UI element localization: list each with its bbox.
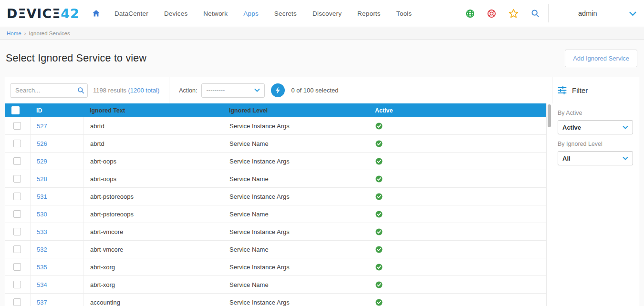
breadcrumb-home-link[interactable]: Home <box>7 31 21 36</box>
home-icon[interactable] <box>92 10 100 17</box>
content-panel: 1198 results (1200 total) Action: ------… <box>5 77 639 306</box>
filter-by-active-select[interactable]: Active <box>558 120 633 134</box>
total-count-link[interactable]: (1200 total) <box>128 87 159 94</box>
results-text: 1198 results <box>93 87 126 94</box>
row-id-link[interactable]: 535 <box>37 264 47 271</box>
row-id-link[interactable]: 528 <box>37 175 47 183</box>
scrollbar-thumb[interactable] <box>548 104 551 127</box>
nav-item-network[interactable]: Network <box>203 10 228 17</box>
column-header-id[interactable]: ID <box>30 103 83 117</box>
user-menu[interactable]: admin <box>551 10 637 17</box>
chevron-down-icon <box>623 156 628 161</box>
row-checkbox[interactable] <box>13 298 21 306</box>
row-checkbox[interactable] <box>13 281 21 288</box>
row-ignored-text: abrtd <box>83 117 223 134</box>
action-select-value: --------- <box>206 87 225 94</box>
device42-logo[interactable]: DΞVICΞ42 <box>7 6 80 21</box>
table-row: 533 abrt-vmcore Service Instance Args <box>5 223 546 241</box>
active-check-icon <box>375 264 383 271</box>
nav-item-datacenter[interactable]: DataCenter <box>114 10 148 17</box>
nav-item-secrets[interactable]: Secrets <box>274 10 297 17</box>
breadcrumb: Home › Ignored Services <box>0 27 644 40</box>
row-ignored-level: Service Instance Args <box>223 258 369 275</box>
search-box <box>10 83 88 98</box>
filter-sliders-icon <box>558 86 567 94</box>
row-id-link[interactable]: 532 <box>37 246 47 253</box>
search-icon[interactable] <box>531 9 540 18</box>
table-header: ID Ignored Text Ignored Level Active <box>5 103 546 117</box>
row-id-link[interactable]: 531 <box>37 193 47 200</box>
filter-by-ignored-level-value: All <box>562 155 571 162</box>
nav-item-reports[interactable]: Reports <box>357 10 381 17</box>
nav-item-discovery[interactable]: Discovery <box>312 10 342 17</box>
topbar-divider <box>548 4 549 22</box>
logo-text: DΞVICΞ <box>7 6 61 21</box>
chevron-down-icon <box>623 125 628 130</box>
active-check-icon <box>375 122 383 130</box>
row-ignored-text: accounting <box>83 294 223 306</box>
table-row: 527 abrtd Service Instance Args <box>5 117 546 135</box>
table-row: 530 abrt-pstoreoops Service Name <box>5 205 546 223</box>
row-ignored-text: abrt-pstoreoops <box>83 188 223 205</box>
search-icon[interactable] <box>77 87 84 96</box>
breadcrumb-current: Ignored Services <box>29 31 70 36</box>
logo-accent-text: 42 <box>61 6 80 21</box>
select-all-checkbox[interactable] <box>11 106 20 114</box>
row-checkbox[interactable] <box>13 140 21 147</box>
table-row: 534 abrt-xorg Service Name <box>5 276 546 294</box>
column-header-active[interactable]: Active <box>369 103 546 117</box>
row-id-link[interactable]: 533 <box>37 228 47 235</box>
row-checkbox[interactable] <box>13 263 21 271</box>
row-ignored-text: abrt-xorg <box>83 258 223 275</box>
user-name: admin <box>578 10 597 17</box>
row-ignored-text: abrt-oops <box>83 153 223 170</box>
table-row: 526 abrtd Service Name <box>5 135 546 153</box>
action-select[interactable]: --------- <box>201 83 265 98</box>
row-ignored-level: Service Instance Args <box>223 223 369 240</box>
row-id-link[interactable]: 534 <box>37 281 47 288</box>
breadcrumb-separator: › <box>24 31 26 36</box>
page-title: Select Ignored Service to view <box>6 52 146 64</box>
active-check-icon <box>375 246 383 253</box>
nav-item-apps[interactable]: Apps <box>243 10 259 17</box>
active-check-icon <box>375 175 383 183</box>
row-checkbox[interactable] <box>13 210 21 218</box>
scrollbar-track[interactable] <box>546 103 552 306</box>
row-id-link[interactable]: 526 <box>37 140 47 147</box>
row-checkbox[interactable] <box>13 245 21 253</box>
row-ignored-text: abrt-pstoreoops <box>83 205 223 223</box>
row-id-link[interactable]: 527 <box>37 122 47 130</box>
table-row: 529 abrt-oops Service Instance Args <box>5 153 546 170</box>
row-ignored-text: abrt-xorg <box>83 276 223 293</box>
add-ignored-service-button[interactable]: Add Ignored Service <box>565 50 637 67</box>
row-ignored-level: Service Name <box>223 170 369 187</box>
column-header-ignored-level[interactable]: Ignored Level <box>223 103 369 117</box>
active-check-icon <box>375 299 383 306</box>
row-ignored-text: abrt-vmcore <box>83 223 223 240</box>
apply-action-button[interactable] <box>271 83 285 97</box>
column-header-ignored-text[interactable]: Ignored Text <box>83 103 223 117</box>
row-checkbox[interactable] <box>13 228 21 235</box>
row-checkbox[interactable] <box>13 157 21 165</box>
row-id-link[interactable]: 529 <box>37 158 47 165</box>
table-row: 537 accounting Service Instance Args <box>5 294 546 306</box>
filter-by-ignored-level-select[interactable]: All <box>558 151 633 165</box>
row-checkbox[interactable] <box>13 122 21 130</box>
page-header: Select Ignored Service to view Add Ignor… <box>0 40 644 77</box>
filter-title: Filter <box>572 86 588 94</box>
row-ignored-text: abrtd <box>83 135 223 152</box>
row-ignored-level: Service Name <box>223 205 369 223</box>
row-ignored-text: abrt-vmcore <box>83 241 223 258</box>
nav-item-devices[interactable]: Devices <box>164 10 187 17</box>
help-ring-icon[interactable] <box>487 9 496 18</box>
row-id-link[interactable]: 530 <box>37 211 47 218</box>
row-ignored-level: Service Instance Args <box>223 188 369 205</box>
favorites-star-icon[interactable] <box>509 9 519 18</box>
globe-icon[interactable] <box>466 9 475 18</box>
filter-label-by-ignored-level: By Ignored Level <box>558 141 633 147</box>
row-id-link[interactable]: 537 <box>37 299 47 306</box>
search-input[interactable] <box>10 83 88 98</box>
nav-item-tools[interactable]: Tools <box>396 10 412 17</box>
row-checkbox[interactable] <box>13 193 21 200</box>
row-checkbox[interactable] <box>13 175 21 183</box>
